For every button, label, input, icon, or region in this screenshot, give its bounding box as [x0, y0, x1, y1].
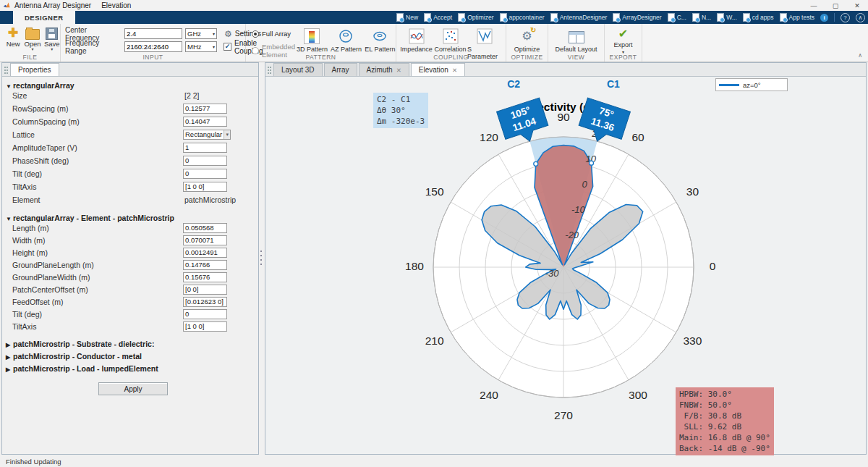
property-value-input[interactable]: 0.12577 — [183, 104, 227, 114]
property-value-input[interactable]: 0 — [183, 156, 227, 166]
frequency-range-unit-select[interactable]: MHz ▾ — [185, 41, 217, 52]
property-label: AmplitudeTaper (V) — [12, 143, 77, 152]
property-value-input[interactable]: [1 0 0] — [183, 182, 227, 192]
quick-access-label: Optimizer — [467, 14, 493, 21]
shortcut-icon — [458, 13, 465, 22]
property-value-input[interactable]: 0.0012491 — [183, 248, 227, 258]
property-value-input[interactable]: 0.050568 — [183, 223, 227, 233]
property-label: Width (m) — [12, 236, 46, 245]
property-value-input[interactable]: 0.14047 — [183, 117, 227, 127]
collapse-arrow-icon[interactable]: ▶ — [6, 354, 13, 361]
quick-access-item[interactable]: W... — [717, 13, 737, 22]
doc-tab-array[interactable]: Array — [324, 63, 357, 76]
enable-coupling-checkbox[interactable]: ✓ — [224, 43, 231, 51]
status-bar: Finished Updating — [0, 456, 868, 467]
section-title: rectangularArray — [13, 81, 75, 90]
help-icon[interactable]: ? — [841, 13, 850, 22]
property-row: PhaseShift (deg)0 — [2, 156, 258, 167]
close-button[interactable]: ✕ — [846, 0, 868, 11]
collapse-arrow-icon[interactable]: ▶ — [6, 366, 13, 373]
quick-access-item[interactable]: Accept — [424, 13, 452, 22]
expand-arrow-icon[interactable]: ▼ — [6, 83, 13, 90]
doc-tab-layout-3d[interactable]: Layout 3D — [273, 63, 323, 76]
property-value-input[interactable]: 0.070071 — [183, 235, 227, 245]
quick-access-item[interactable]: Optimizer — [458, 13, 493, 22]
property-value-input[interactable]: 0.15676 — [183, 272, 227, 282]
shortcut-icon — [780, 13, 787, 22]
property-value-input[interactable]: [1 0 0] — [183, 321, 227, 332]
svg-text:0: 0 — [710, 260, 716, 272]
el-pattern-icon — [371, 28, 388, 45]
collapse-toolstrip-icon[interactable]: ∧ — [856, 13, 865, 22]
property-value-input[interactable]: 0 — [183, 309, 227, 319]
close-tab-icon[interactable]: ✕ — [396, 67, 401, 74]
close-tab-icon[interactable]: ✕ — [452, 67, 457, 74]
ribbon-section-file: ✚ New Open ▾ Save ▾ FILE — [0, 24, 61, 62]
panel-grip-icon[interactable] — [267, 66, 272, 75]
collapse-ribbon-icon[interactable]: ∧ — [858, 52, 862, 59]
property-section-header[interactable]: ▶patchMicrostrip - Conductor - metal — [6, 352, 142, 361]
cursor-marker[interactable] — [590, 161, 594, 165]
quick-access-item[interactable]: N... — [692, 13, 711, 22]
property-label: ColumnSpacing (m) — [12, 117, 80, 126]
quick-access-item[interactable]: appcontainer — [500, 13, 545, 22]
info-icon[interactable]: i — [820, 14, 828, 22]
center-frequency-unit-select[interactable]: GHz ▾ — [185, 28, 217, 39]
cursor-delta-annotation[interactable]: C2 - C1 Δθ 30° Δm -320e-3 — [373, 93, 428, 128]
maximize-button[interactable]: ▢ — [825, 0, 846, 11]
antenna-metrics-annotation[interactable]: HPBW: 30.0° FNBW: 50.0° F/B: 30.8 dB SLL… — [676, 387, 774, 455]
full-array-radio[interactable]: Full Array — [252, 30, 295, 38]
quick-access-label: appcontainer — [509, 14, 545, 21]
shortcut-icon — [743, 13, 750, 22]
minimize-button[interactable]: — — [803, 0, 825, 11]
svg-text:330: 330 — [683, 335, 702, 347]
ribbon-section-view: Default Layout VIEW — [548, 24, 605, 62]
property-value-input[interactable]: 1 — [183, 143, 227, 153]
section-title: patchMicrostrip - Conductor - metal — [13, 352, 142, 361]
property-section-header[interactable]: ▶patchMicrostrip - Load - lumpedElement — [6, 364, 158, 373]
property-value-input[interactable]: [0 0] — [183, 285, 227, 295]
frequency-range-input[interactable] — [124, 41, 182, 52]
collapse-arrow-icon[interactable]: ▶ — [6, 342, 13, 348]
tab-properties[interactable]: Properties — [10, 63, 59, 76]
property-value-input[interactable]: [0.012623 0] — [183, 297, 227, 307]
shortcut-icon — [550, 13, 558, 22]
chevron-down-icon[interactable]: ▾ — [31, 48, 33, 51]
toolstrip-tab-row: DESIGNER NewAcceptOptimizerappcontainerA… — [0, 11, 868, 24]
doc-tab-azimuth[interactable]: Azimuth✕ — [359, 63, 409, 76]
property-section-header[interactable]: ▼rectangularArray - Element - patchMicro… — [6, 214, 174, 222]
quick-access-item[interactable]: C... — [668, 13, 686, 22]
quick-access-item[interactable]: New — [396, 13, 418, 22]
apply-button[interactable]: Apply — [98, 382, 168, 395]
quick-access-item[interactable]: ArrayDesigner — [613, 13, 661, 22]
expand-arrow-icon[interactable]: ▼ — [6, 216, 13, 222]
panel-grip-icon[interactable] — [4, 66, 9, 75]
save-disk-icon — [46, 28, 58, 40]
center-frequency-input[interactable] — [124, 28, 182, 39]
app-window: Antenna Array Designer Elevation — ▢ ✕ D… — [0, 0, 868, 467]
matlab-logo-icon — [3, 1, 11, 9]
chevron-down-icon[interactable]: ▾ — [51, 48, 53, 51]
quick-access-item[interactable]: cd apps — [743, 13, 774, 22]
settings-gear-icon[interactable]: ⚙ — [224, 30, 232, 38]
property-value-input[interactable]: 0.14766 — [183, 260, 227, 270]
svg-text:270: 270 — [554, 409, 573, 421]
export-check-icon: ✔ — [618, 28, 628, 41]
property-value-select[interactable]: Rectangular▾ — [183, 130, 231, 140]
ribbon-filler: ∧ — [642, 24, 868, 62]
impedance-icon — [408, 28, 425, 45]
doc-tab-elevation[interactable]: Elevation✕ — [411, 63, 465, 76]
property-label: PatchCenterOffset (m) — [12, 285, 88, 294]
property-row: AmplitudeTaper (V)1 — [2, 143, 258, 154]
legend[interactable]: az=0° — [715, 78, 788, 91]
property-value-input[interactable]: 0 — [183, 169, 227, 179]
cursor-marker[interactable] — [534, 161, 538, 166]
panel-splitter-handle[interactable] — [260, 250, 263, 266]
property-section-header[interactable]: ▼rectangularArray — [6, 81, 75, 90]
property-label: Size — [12, 91, 27, 100]
quick-access-item[interactable]: AntennaDesigner — [550, 13, 608, 22]
quick-access-item[interactable]: App tests — [780, 13, 814, 22]
property-section-header[interactable]: ▶patchMicrostrip - Substrate - dielectri… — [6, 340, 154, 348]
default-layout-icon — [568, 28, 585, 45]
tab-designer[interactable]: DESIGNER — [13, 11, 75, 24]
